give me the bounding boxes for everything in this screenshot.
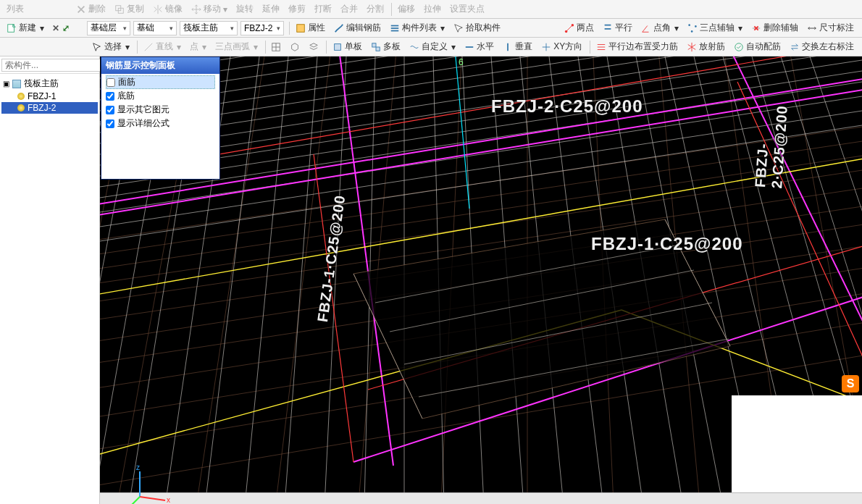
component-tree: ▣ 筏板主筋 FBZJ-1 FBZJ-2 [0,74,99,117]
mirror-button[interactable]: 镜像 [149,1,186,17]
tree-item-label: FBZJ-1 [28,91,56,101]
auto-rebar-button[interactable]: 自动配筋 [730,39,784,54]
layer-dropdown-1[interactable]: 基础层▾ [87,21,130,35]
leaf-icon [17,104,25,112]
collapse-icon: ▣ [3,80,9,88]
sidebar: ▣ 筏板主筋 FBZJ-1 FBZJ-2 [0,56,100,504]
properties-button[interactable]: 属性 [292,20,329,35]
cube-icon [290,42,300,52]
expand-button[interactable]: ⤢ [62,23,70,33]
mode-btn-1[interactable] [267,41,285,54]
delete-axis-button[interactable]: 删除辅轴 [748,20,802,35]
offset-button[interactable]: 偏移 [394,1,419,17]
layer-dropdown-2[interactable]: 基础▾ [133,21,177,35]
split-button[interactable]: 分割 [363,1,388,17]
tree-item-label: FBZJ-2 [28,103,56,113]
svg-line-110 [140,497,165,500]
properties-icon [296,23,306,33]
layers-icon [309,42,319,52]
component-list-button[interactable]: 构件列表▾ [386,20,448,35]
single-icon [332,42,343,52]
toolbar-mid: 新建▾ ✕ ⤢ 基础层▾ 基础▾ 筏板主筋▾ FBZJ-2▾ 属性 编辑钢筋 构… [0,19,862,38]
auto-icon [734,42,744,52]
stretch-button[interactable]: 拉伸 [420,1,445,17]
paraedge-icon [596,42,606,52]
vertical-button[interactable]: 垂直 [499,39,536,54]
tree-item-fbzj2[interactable]: FBZJ-2 [1,102,98,114]
checkbox-show-formula[interactable] [106,119,114,128]
swap-button[interactable]: 交换左右标注 [786,39,858,54]
mode-btn-3[interactable] [305,41,322,54]
checkbox-show-other[interactable] [106,106,114,114]
dim-icon [807,23,817,33]
pick-icon [453,23,464,33]
parallel-edge-button[interactable]: 平行边布置受力筋 [593,39,682,54]
scrollbar-horizontal[interactable] [100,492,862,504]
single-plate-button[interactable]: 单板 [329,39,366,54]
svg-rect-24 [372,43,376,46]
svg-rect-23 [335,43,341,50]
new-button[interactable]: 新建▾ [3,20,48,35]
layer-dropdown-3[interactable]: 筏板主筋▾ [180,21,238,35]
threept-axis-button[interactable]: 三点辅轴▾ [684,20,746,35]
layer-dropdown-4[interactable]: FBZJ-2▾ [240,21,284,35]
xy-button[interactable]: XY方向 [537,39,586,54]
multi-plate-button[interactable]: 多板 [367,39,404,54]
extend-button[interactable]: 延伸 [259,1,283,17]
copy-button[interactable]: 复制 [111,1,148,17]
leaf-icon [17,93,25,100]
horiz-icon [464,42,474,52]
trim-button[interactable]: 修剪 [285,1,309,17]
multi-icon [371,42,381,52]
panel-title: 钢筋显示控制面板 [101,57,219,74]
mirror-icon [153,4,163,14]
svg-rect-3 [297,24,305,32]
sogou-ime-icon[interactable]: S [842,375,859,392]
merge-button[interactable]: 合并 [337,1,361,17]
tab-list[interactable]: 列表 [3,1,28,17]
tree-item-fbzj1[interactable]: FBZJ-1 [1,91,98,102]
mode-btn-2[interactable] [286,41,304,54]
list-icon [390,23,400,33]
svg-line-9 [566,25,573,31]
edit-rebar-button[interactable]: 编辑钢筋 [330,20,385,35]
parallel-button[interactable]: 平行 [599,20,636,35]
two-point-button[interactable]: 两点 [561,20,598,35]
checkbox-face-rebar[interactable] [106,78,115,87]
setgrip-button[interactable]: 设置夹点 [446,1,488,17]
toolbar-bottom: 选择▾ 直线▾ 点▾ 三点画弧▾ 单板 多板 自定义▾ 水平 垂直 XY方向 平… [0,38,862,56]
point-angle-button[interactable]: 点角▾ [637,20,682,35]
swap-icon [790,42,800,52]
arc-button[interactable]: 三点画弧▾ [212,39,261,54]
move-button[interactable]: 移动▾ [188,1,231,17]
panel-row-label: 面筋 [118,76,135,88]
svg-point-12 [688,24,690,26]
close-x-button[interactable]: ✕ [52,23,59,33]
dimension-button[interactable]: 尺寸标注 [803,20,858,35]
cursor-icon [92,42,102,52]
panel-row-top[interactable]: 面筋 [106,75,215,89]
line-button[interactable]: 直线▾ [140,39,185,54]
rotate-button[interactable]: 旋转 [233,1,257,17]
move-icon [191,4,201,14]
tree-root[interactable]: ▣ 筏板主筋 [1,77,98,91]
checkbox-bottom-rebar[interactable] [106,92,114,101]
svg-text:x: x [167,496,170,504]
panel-row-formula[interactable]: 显示详细公式 [106,117,215,130]
break-button[interactable]: 打断 [311,1,335,17]
pick-component-button[interactable]: 拾取构件 [450,20,504,35]
line-icon [143,42,154,52]
tree-root-label: 筏板主筋 [24,77,59,90]
svg-point-13 [695,25,697,28]
angle-icon [641,23,651,33]
vert-icon [503,42,513,52]
panel-row-bottom[interactable]: 底筋 [106,89,215,103]
svg-rect-4 [391,25,399,26]
select-button[interactable]: 选择▾ [88,39,133,54]
point-button[interactable]: 点▾ [186,39,210,54]
horizontal-button[interactable]: 水平 [461,39,498,54]
radial-button[interactable]: 放射筋 [683,39,729,54]
panel-row-other[interactable]: 显示其它图元 [106,103,215,117]
delete-button[interactable]: 删除 [72,1,109,17]
custom-button[interactable]: 自定义▾ [406,39,459,54]
